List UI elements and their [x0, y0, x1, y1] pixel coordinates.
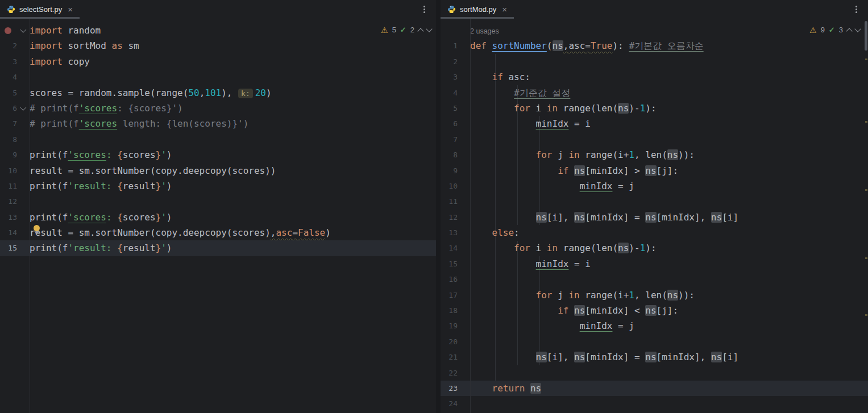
code-line[interactable]: 20	[441, 334, 868, 349]
line-number[interactable]: 8	[441, 147, 458, 162]
code-line[interactable]: 7	[441, 132, 868, 147]
next-problem-icon[interactable]	[426, 26, 432, 32]
line-number[interactable]: 5	[0, 85, 17, 101]
code-line[interactable]: 10 minIdx = j	[441, 178, 868, 194]
usages-hint[interactable]: 2 usages	[470, 27, 499, 35]
line-number[interactable]: 2	[441, 54, 458, 69]
line-number[interactable]: 11	[0, 178, 17, 194]
error-stripe-mark[interactable]	[865, 257, 867, 259]
next-problem-icon[interactable]	[854, 26, 861, 32]
code-line[interactable]: 10result = sm.sortNumber(copy.deepcopy(s…	[0, 163, 436, 178]
code-line[interactable]: 9 if ns[minIdx] > ns[j]:	[441, 163, 868, 178]
code-line[interactable]: 1def sortNumber(ns,asc=True): #기본값 오름차순	[441, 38, 868, 53]
code-line[interactable]: 15print(f'result: {result}')	[0, 240, 436, 256]
code-line[interactable]: 11print(f'result: {result}')	[0, 178, 436, 194]
line-number[interactable]: 7	[0, 116, 17, 131]
line-number[interactable]: 21	[441, 349, 458, 365]
error-stripe-mark[interactable]	[865, 59, 867, 60]
fold-icon[interactable]	[17, 23, 30, 38]
line-number[interactable]: 10	[0, 163, 17, 178]
line-number[interactable]: 14	[0, 225, 17, 240]
line-number[interactable]: 24	[441, 396, 458, 411]
code-line[interactable]: 11	[441, 194, 868, 209]
line-number[interactable]: 3	[0, 54, 17, 69]
code-line[interactable]: 5scores = random.sample(range(50,101), k…	[0, 85, 436, 101]
line-number[interactable]: 12	[441, 210, 458, 225]
scrollbar-thumb[interactable]	[865, 21, 867, 51]
tab-sortmod-py[interactable]: sortMod.py ×	[441, 0, 514, 19]
breakpoint-icon[interactable]	[5, 27, 11, 34]
line-number[interactable]: 8	[0, 132, 17, 147]
code-editor-left[interactable]: import random2import sortMod as sm3impor…	[0, 19, 436, 413]
code-line[interactable]: 17 for j in range(i+1, len(ns)):	[441, 287, 868, 303]
line-number[interactable]: 19	[441, 318, 458, 333]
code-line[interactable]: 9print(f'scores: {scores}')	[0, 147, 436, 162]
error-stripe-mark[interactable]	[865, 189, 867, 191]
code-line[interactable]: 4 #기준값 설정	[441, 85, 868, 101]
code-line[interactable]: 23 return ns	[441, 381, 868, 396]
line-number[interactable]	[0, 23, 17, 38]
tab-selectsort-py[interactable]: selectSort.py ×	[0, 0, 80, 19]
code-line[interactable]: import random	[0, 23, 436, 38]
line-number[interactable]: 6	[441, 116, 458, 131]
code-line[interactable]: 24	[441, 396, 868, 411]
inspections-widget[interactable]: ⚠ 9 ✓ 3	[809, 26, 860, 34]
line-number[interactable]	[441, 23, 458, 38]
code-line[interactable]: 16	[441, 272, 868, 287]
code-line[interactable]: 6# print(f'scores: {scores}')	[0, 101, 436, 116]
code-line[interactable]: 12	[0, 194, 436, 209]
code-editor-right[interactable]: 2 usages1def sortNumber(ns,asc=True): #기…	[441, 19, 868, 413]
intention-bulb-icon[interactable]	[34, 225, 40, 231]
code-line[interactable]: 2	[441, 54, 868, 69]
line-number[interactable]: 9	[0, 147, 17, 162]
line-number[interactable]: 12	[0, 194, 17, 209]
prev-problem-icon[interactable]	[417, 28, 423, 34]
line-number[interactable]: 18	[441, 303, 458, 318]
code-line[interactable]: 19 minIdx = j	[441, 318, 868, 333]
line-number[interactable]: 7	[441, 132, 458, 147]
code-line[interactable]: 21 ns[i], ns[minIdx] = ns[minIdx], ns[i]	[441, 349, 868, 365]
code-line[interactable]: 2 usages	[441, 23, 868, 38]
line-number[interactable]: 10	[441, 178, 458, 194]
kebab-menu-icon[interactable]	[420, 5, 428, 15]
code-line[interactable]: 4	[0, 69, 436, 85]
split-divider[interactable]	[436, 0, 441, 413]
code-line[interactable]: 2import sortMod as sm	[0, 38, 436, 53]
line-number[interactable]: 15	[441, 256, 458, 272]
line-number[interactable]: 16	[441, 272, 458, 287]
code-line[interactable]: 18 if ns[minIdx] < ns[j]:	[441, 303, 868, 318]
code-line[interactable]: 8	[0, 132, 436, 147]
fold-icon[interactable]	[17, 101, 30, 116]
code-line[interactable]: 22	[441, 365, 868, 381]
code-line[interactable]: 7# print(f'scores length: {len(scores)}'…	[0, 116, 436, 131]
line-number[interactable]: 15	[0, 240, 17, 256]
code-line[interactable]: 14 for i in range(len(ns)-1):	[441, 240, 868, 256]
close-icon[interactable]: ×	[502, 5, 507, 14]
code-line[interactable]: 13 else:	[441, 225, 868, 240]
close-icon[interactable]: ×	[68, 5, 73, 14]
line-number[interactable]: 13	[441, 225, 458, 240]
kebab-menu-icon[interactable]	[852, 5, 860, 15]
code-line[interactable]: 12 ns[i], ns[minIdx] = ns[minIdx], ns[i]	[441, 210, 868, 225]
code-line[interactable]: 6 minIdx = i	[441, 116, 868, 131]
error-stripe-mark[interactable]	[865, 314, 867, 316]
line-number[interactable]: 4	[441, 85, 458, 101]
inspections-widget[interactable]: ⚠ 5 ✓ 2	[381, 26, 431, 34]
line-number[interactable]: 3	[441, 69, 458, 85]
line-number[interactable]: 2	[0, 38, 17, 53]
error-stripe-mark[interactable]	[865, 121, 867, 123]
line-number[interactable]: 17	[441, 287, 458, 303]
code-line[interactable]: 15 minIdx = i	[441, 256, 868, 272]
line-number[interactable]: 4	[0, 69, 17, 85]
code-line[interactable]: 13print(f'scores: {scores}')	[0, 210, 436, 225]
code-line[interactable]: 5 for i in range(len(ns)-1):	[441, 101, 868, 116]
code-line[interactable]: 3 if asc:	[441, 69, 868, 85]
code-line[interactable]: 3import copy	[0, 54, 436, 69]
line-number[interactable]: 23	[441, 381, 458, 396]
line-number[interactable]: 9	[441, 163, 458, 178]
line-number[interactable]: 13	[0, 210, 17, 225]
line-number[interactable]: 22	[441, 365, 458, 381]
prev-problem-icon[interactable]	[846, 28, 852, 34]
line-number[interactable]: 6	[0, 101, 17, 116]
line-number[interactable]: 20	[441, 334, 458, 349]
